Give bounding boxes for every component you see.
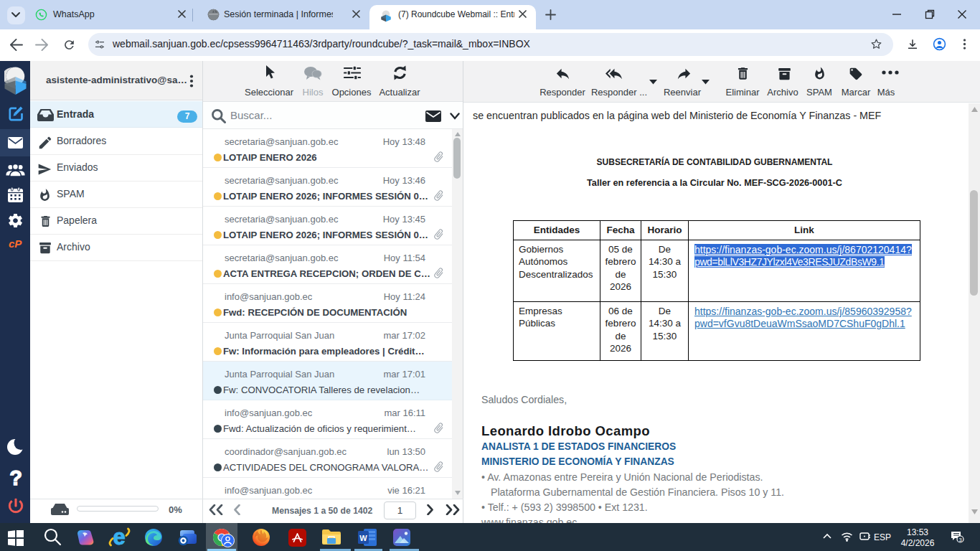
svg-text:e: e: [113, 526, 125, 549]
svg-text:3: 3: [958, 537, 961, 543]
svg-text:W: W: [359, 534, 367, 542]
svg-text:?: ?: [9, 466, 22, 489]
